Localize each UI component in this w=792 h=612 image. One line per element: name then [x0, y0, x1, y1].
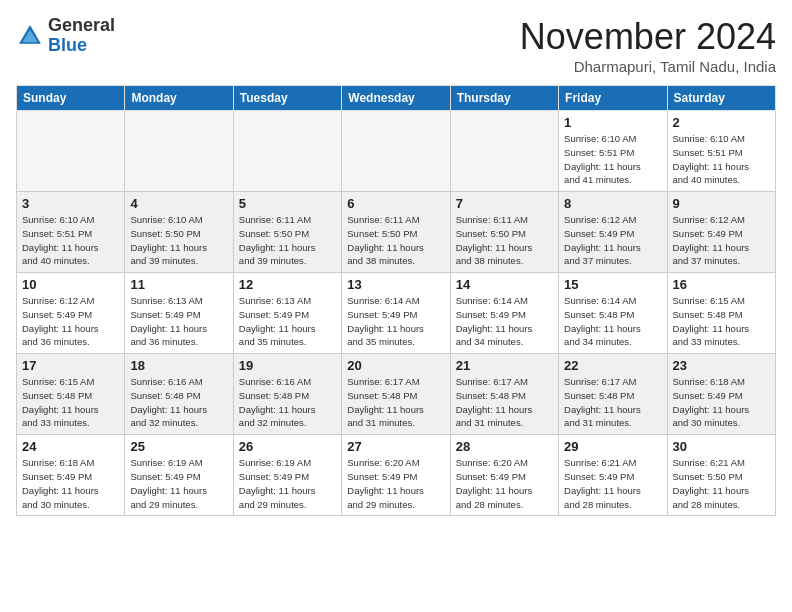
- day-number: 14: [456, 277, 553, 292]
- calendar-cell: [125, 111, 233, 192]
- logo-blue: Blue: [48, 35, 87, 55]
- day-info: Sunrise: 6:13 AM Sunset: 5:49 PM Dayligh…: [239, 294, 336, 349]
- day-info: Sunrise: 6:10 AM Sunset: 5:50 PM Dayligh…: [130, 213, 227, 268]
- calendar-cell: 24Sunrise: 6:18 AM Sunset: 5:49 PM Dayli…: [17, 435, 125, 516]
- calendar-row-0: 1Sunrise: 6:10 AM Sunset: 5:51 PM Daylig…: [17, 111, 776, 192]
- calendar-cell: 13Sunrise: 6:14 AM Sunset: 5:49 PM Dayli…: [342, 273, 450, 354]
- day-number: 30: [673, 439, 770, 454]
- day-info: Sunrise: 6:16 AM Sunset: 5:48 PM Dayligh…: [130, 375, 227, 430]
- day-info: Sunrise: 6:17 AM Sunset: 5:48 PM Dayligh…: [564, 375, 661, 430]
- calendar-cell: [450, 111, 558, 192]
- title-block: November 2024 Dharmapuri, Tamil Nadu, In…: [520, 16, 776, 75]
- calendar-cell: 5Sunrise: 6:11 AM Sunset: 5:50 PM Daylig…: [233, 192, 341, 273]
- day-info: Sunrise: 6:11 AM Sunset: 5:50 PM Dayligh…: [347, 213, 444, 268]
- calendar-cell: 27Sunrise: 6:20 AM Sunset: 5:49 PM Dayli…: [342, 435, 450, 516]
- calendar-cell: 7Sunrise: 6:11 AM Sunset: 5:50 PM Daylig…: [450, 192, 558, 273]
- calendar-cell: 19Sunrise: 6:16 AM Sunset: 5:48 PM Dayli…: [233, 354, 341, 435]
- calendar-cell: 14Sunrise: 6:14 AM Sunset: 5:49 PM Dayli…: [450, 273, 558, 354]
- day-info: Sunrise: 6:11 AM Sunset: 5:50 PM Dayligh…: [239, 213, 336, 268]
- logo-icon: [16, 22, 44, 50]
- day-number: 4: [130, 196, 227, 211]
- day-number: 26: [239, 439, 336, 454]
- day-info: Sunrise: 6:11 AM Sunset: 5:50 PM Dayligh…: [456, 213, 553, 268]
- logo-text: General Blue: [48, 16, 115, 56]
- calendar-cell: 15Sunrise: 6:14 AM Sunset: 5:48 PM Dayli…: [559, 273, 667, 354]
- calendar-row-3: 17Sunrise: 6:15 AM Sunset: 5:48 PM Dayli…: [17, 354, 776, 435]
- calendar-row-4: 24Sunrise: 6:18 AM Sunset: 5:49 PM Dayli…: [17, 435, 776, 516]
- day-number: 2: [673, 115, 770, 130]
- calendar-cell: 6Sunrise: 6:11 AM Sunset: 5:50 PM Daylig…: [342, 192, 450, 273]
- logo-general: General: [48, 15, 115, 35]
- calendar-header-tuesday: Tuesday: [233, 86, 341, 111]
- day-number: 28: [456, 439, 553, 454]
- day-info: Sunrise: 6:20 AM Sunset: 5:49 PM Dayligh…: [456, 456, 553, 511]
- calendar-table: SundayMondayTuesdayWednesdayThursdayFrid…: [16, 85, 776, 516]
- day-info: Sunrise: 6:18 AM Sunset: 5:49 PM Dayligh…: [22, 456, 119, 511]
- day-number: 8: [564, 196, 661, 211]
- day-number: 29: [564, 439, 661, 454]
- day-number: 7: [456, 196, 553, 211]
- calendar-row-1: 3Sunrise: 6:10 AM Sunset: 5:51 PM Daylig…: [17, 192, 776, 273]
- day-info: Sunrise: 6:10 AM Sunset: 5:51 PM Dayligh…: [564, 132, 661, 187]
- calendar-cell: 10Sunrise: 6:12 AM Sunset: 5:49 PM Dayli…: [17, 273, 125, 354]
- day-number: 18: [130, 358, 227, 373]
- logo: General Blue: [16, 16, 115, 56]
- day-number: 6: [347, 196, 444, 211]
- day-info: Sunrise: 6:15 AM Sunset: 5:48 PM Dayligh…: [22, 375, 119, 430]
- day-number: 13: [347, 277, 444, 292]
- calendar-cell: 4Sunrise: 6:10 AM Sunset: 5:50 PM Daylig…: [125, 192, 233, 273]
- day-info: Sunrise: 6:14 AM Sunset: 5:49 PM Dayligh…: [456, 294, 553, 349]
- day-number: 21: [456, 358, 553, 373]
- day-info: Sunrise: 6:17 AM Sunset: 5:48 PM Dayligh…: [456, 375, 553, 430]
- day-number: 16: [673, 277, 770, 292]
- location: Dharmapuri, Tamil Nadu, India: [520, 58, 776, 75]
- day-info: Sunrise: 6:21 AM Sunset: 5:50 PM Dayligh…: [673, 456, 770, 511]
- day-number: 1: [564, 115, 661, 130]
- calendar-cell: 23Sunrise: 6:18 AM Sunset: 5:49 PM Dayli…: [667, 354, 775, 435]
- calendar-cell: [233, 111, 341, 192]
- day-info: Sunrise: 6:20 AM Sunset: 5:49 PM Dayligh…: [347, 456, 444, 511]
- day-info: Sunrise: 6:10 AM Sunset: 5:51 PM Dayligh…: [673, 132, 770, 187]
- calendar-cell: 9Sunrise: 6:12 AM Sunset: 5:49 PM Daylig…: [667, 192, 775, 273]
- day-number: 12: [239, 277, 336, 292]
- calendar-cell: [17, 111, 125, 192]
- calendar-header-thursday: Thursday: [450, 86, 558, 111]
- calendar-cell: 8Sunrise: 6:12 AM Sunset: 5:49 PM Daylig…: [559, 192, 667, 273]
- calendar-cell: 28Sunrise: 6:20 AM Sunset: 5:49 PM Dayli…: [450, 435, 558, 516]
- day-info: Sunrise: 6:14 AM Sunset: 5:49 PM Dayligh…: [347, 294, 444, 349]
- day-number: 24: [22, 439, 119, 454]
- calendar-header-monday: Monday: [125, 86, 233, 111]
- calendar-cell: 22Sunrise: 6:17 AM Sunset: 5:48 PM Dayli…: [559, 354, 667, 435]
- calendar-header-friday: Friday: [559, 86, 667, 111]
- calendar-cell: 11Sunrise: 6:13 AM Sunset: 5:49 PM Dayli…: [125, 273, 233, 354]
- calendar-cell: 12Sunrise: 6:13 AM Sunset: 5:49 PM Dayli…: [233, 273, 341, 354]
- calendar-header-wednesday: Wednesday: [342, 86, 450, 111]
- day-info: Sunrise: 6:16 AM Sunset: 5:48 PM Dayligh…: [239, 375, 336, 430]
- month-title: November 2024: [520, 16, 776, 58]
- calendar-header-saturday: Saturday: [667, 86, 775, 111]
- day-number: 22: [564, 358, 661, 373]
- calendar-cell: 29Sunrise: 6:21 AM Sunset: 5:49 PM Dayli…: [559, 435, 667, 516]
- calendar-cell: 26Sunrise: 6:19 AM Sunset: 5:49 PM Dayli…: [233, 435, 341, 516]
- calendar-cell: 20Sunrise: 6:17 AM Sunset: 5:48 PM Dayli…: [342, 354, 450, 435]
- calendar-cell: 30Sunrise: 6:21 AM Sunset: 5:50 PM Dayli…: [667, 435, 775, 516]
- day-number: 9: [673, 196, 770, 211]
- day-number: 3: [22, 196, 119, 211]
- day-info: Sunrise: 6:15 AM Sunset: 5:48 PM Dayligh…: [673, 294, 770, 349]
- calendar-cell: 1Sunrise: 6:10 AM Sunset: 5:51 PM Daylig…: [559, 111, 667, 192]
- day-info: Sunrise: 6:12 AM Sunset: 5:49 PM Dayligh…: [564, 213, 661, 268]
- day-info: Sunrise: 6:13 AM Sunset: 5:49 PM Dayligh…: [130, 294, 227, 349]
- calendar-header-row: SundayMondayTuesdayWednesdayThursdayFrid…: [17, 86, 776, 111]
- day-number: 17: [22, 358, 119, 373]
- day-number: 23: [673, 358, 770, 373]
- day-info: Sunrise: 6:19 AM Sunset: 5:49 PM Dayligh…: [130, 456, 227, 511]
- day-info: Sunrise: 6:12 AM Sunset: 5:49 PM Dayligh…: [22, 294, 119, 349]
- day-number: 10: [22, 277, 119, 292]
- day-info: Sunrise: 6:12 AM Sunset: 5:49 PM Dayligh…: [673, 213, 770, 268]
- day-info: Sunrise: 6:18 AM Sunset: 5:49 PM Dayligh…: [673, 375, 770, 430]
- day-info: Sunrise: 6:14 AM Sunset: 5:48 PM Dayligh…: [564, 294, 661, 349]
- day-info: Sunrise: 6:21 AM Sunset: 5:49 PM Dayligh…: [564, 456, 661, 511]
- calendar-cell: 21Sunrise: 6:17 AM Sunset: 5:48 PM Dayli…: [450, 354, 558, 435]
- calendar-cell: 3Sunrise: 6:10 AM Sunset: 5:51 PM Daylig…: [17, 192, 125, 273]
- day-info: Sunrise: 6:17 AM Sunset: 5:48 PM Dayligh…: [347, 375, 444, 430]
